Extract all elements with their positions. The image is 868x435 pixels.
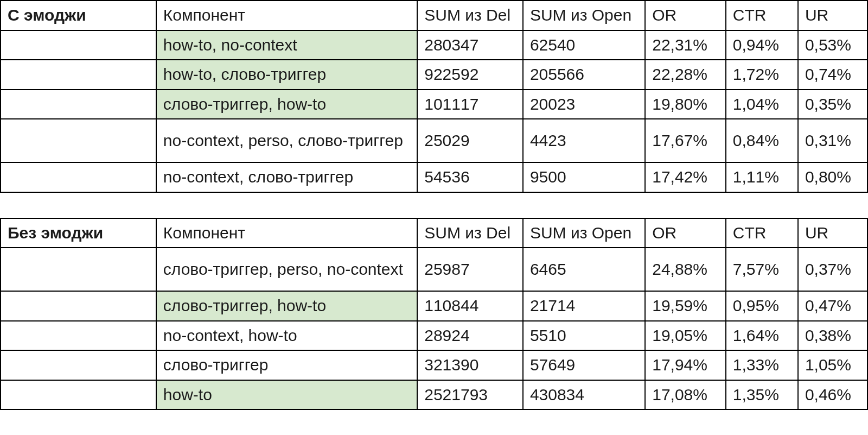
cell-or: 17,08% [645,380,726,410]
cell-sum-open: 5510 [523,321,645,351]
cell-sum-open: 57649 [523,350,645,380]
cell-sum-open: 205566 [523,60,645,90]
cell-empty [1,291,156,321]
cell-sum-del: 280347 [417,30,523,60]
cell-or: 22,31% [645,30,726,60]
col-sum-open: SUM из Open [523,1,645,30]
table-row: how-to 2521793 430834 17,08% 1,35% 0,46% [1,380,867,410]
col-sum-open: SUM из Open [523,218,645,248]
cell-sum-del: 28924 [417,321,523,351]
cell-ctr: 1,35% [726,380,798,410]
cell-ctr: 0,95% [726,291,798,321]
col-ctr: CTR [726,218,798,248]
cell-component: no-context, how-to [156,321,417,351]
col-ctr: CTR [726,1,798,30]
cell-ctr: 0,94% [726,30,798,60]
table-without-emoji: Без эмоджи Компонент SUM из Del SUM из O… [0,218,868,411]
cell-sum-open: 62540 [523,30,645,60]
table-row: слово-триггер, how-to 101117 20023 19,80… [1,90,867,119]
col-or: OR [645,1,726,30]
cell-empty [1,380,156,410]
cell-empty [1,162,156,192]
cell-ctr: 1,04% [726,90,798,119]
table-row: no-context, how-to 28924 5510 19,05% 1,6… [1,321,867,351]
page: С эмоджи Компонент SUM из Del SUM из Ope… [0,0,868,410]
cell-ur: 0,47% [798,291,867,321]
cell-sum-del: 110844 [417,291,523,321]
table-row: no-context, слово-триггер 54536 9500 17,… [1,162,867,192]
table-spacer [0,193,868,218]
cell-component: слово-триггер, perso, no-context [156,248,417,291]
cell-empty [1,119,156,162]
cell-sum-del: 321390 [417,350,523,380]
cell-ctr: 0,84% [726,119,798,162]
group-title: С эмоджи [1,1,156,30]
cell-or: 19,05% [645,321,726,351]
cell-component: слово-триггер [156,350,417,380]
cell-empty [1,30,156,60]
cell-sum-open: 21714 [523,291,645,321]
cell-ur: 0,46% [798,380,867,410]
table-row: how-to, слово-триггер 922592 205566 22,2… [1,60,867,90]
cell-or: 22,28% [645,60,726,90]
cell-component: слово-триггер, how-to [156,90,417,119]
cell-sum-del: 101117 [417,90,523,119]
cell-ur: 0,35% [798,90,867,119]
cell-ur: 0,31% [798,119,867,162]
cell-empty [1,321,156,351]
col-sum-del: SUM из Del [417,218,523,248]
table-row: слово-триггер, perso, no-context 25987 6… [1,248,867,291]
col-ur: UR [798,1,867,30]
table-row: слово-триггер 321390 57649 17,94% 1,33% … [1,350,867,380]
cell-component: слово-триггер, how-to [156,291,417,321]
cell-ctr: 1,64% [726,321,798,351]
table-with-emoji: С эмоджи Компонент SUM из Del SUM из Ope… [0,0,868,193]
cell-or: 17,42% [645,162,726,192]
cell-empty [1,60,156,90]
cell-sum-del: 54536 [417,162,523,192]
cell-component: how-to, no-context [156,30,417,60]
col-component: Компонент [156,1,417,30]
col-sum-del: SUM из Del [417,1,523,30]
cell-ctr: 7,57% [726,248,798,291]
table-header-row: Без эмоджи Компонент SUM из Del SUM из O… [1,218,867,248]
cell-empty [1,248,156,291]
cell-or: 19,59% [645,291,726,321]
cell-empty [1,90,156,119]
table-row: слово-триггер, how-to 110844 21714 19,59… [1,291,867,321]
col-ur: UR [798,218,867,248]
cell-sum-open: 9500 [523,162,645,192]
cell-sum-open: 20023 [523,90,645,119]
cell-sum-open: 6465 [523,248,645,291]
cell-sum-del: 25987 [417,248,523,291]
cell-component: no-context, perso, слово-триггер [156,119,417,162]
cell-component: how-to [156,380,417,410]
cell-or: 19,80% [645,90,726,119]
cell-ctr: 1,33% [726,350,798,380]
cell-empty [1,350,156,380]
cell-component: no-context, слово-триггер [156,162,417,192]
cell-ur: 0,37% [798,248,867,291]
cell-sum-open: 4423 [523,119,645,162]
table-row: no-context, perso, слово-триггер 25029 4… [1,119,867,162]
col-or: OR [645,218,726,248]
cell-sum-del: 922592 [417,60,523,90]
cell-component: how-to, слово-триггер [156,60,417,90]
cell-sum-del: 25029 [417,119,523,162]
cell-ur: 0,53% [798,30,867,60]
cell-ur: 0,38% [798,321,867,351]
cell-ctr: 1,11% [726,162,798,192]
cell-ur: 0,80% [798,162,867,192]
cell-or: 17,94% [645,350,726,380]
cell-ur: 0,74% [798,60,867,90]
table-row: how-to, no-context 280347 62540 22,31% 0… [1,30,867,60]
table-header-row: С эмоджи Компонент SUM из Del SUM из Ope… [1,1,867,30]
cell-or: 24,88% [645,248,726,291]
cell-sum-open: 430834 [523,380,645,410]
cell-sum-del: 2521793 [417,380,523,410]
cell-ur: 1,05% [798,350,867,380]
group-title: Без эмоджи [1,218,156,248]
cell-or: 17,67% [645,119,726,162]
cell-ctr: 1,72% [726,60,798,90]
col-component: Компонент [156,218,417,248]
